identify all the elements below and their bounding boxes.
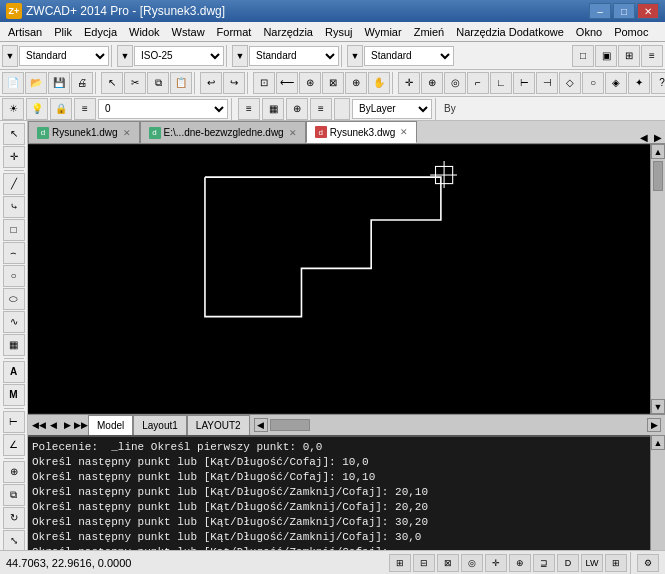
tab-close-2[interactable]: ✕ bbox=[289, 128, 297, 138]
hscroll-left-btn[interactable]: ◀ bbox=[254, 418, 268, 432]
tab-bezwzgledne[interactable]: d E:\...dne-bezwzgledne.dwg ✕ bbox=[140, 121, 306, 143]
snap10-btn[interactable]: ◈ bbox=[605, 72, 627, 94]
cmd-scroll-up[interactable]: ▲ bbox=[651, 435, 665, 450]
layer-icon[interactable]: ☀ bbox=[2, 98, 24, 120]
menu-pomoc[interactable]: Pomoc bbox=[608, 24, 654, 40]
lt-arc[interactable]: ⌢ bbox=[3, 242, 25, 264]
tb-btn-r2[interactable]: ▣ bbox=[595, 45, 617, 67]
tmodel-toggle[interactable]: ⊞ bbox=[605, 554, 627, 572]
snap6-btn[interactable]: ⊢ bbox=[513, 72, 535, 94]
zoom-win-btn[interactable]: ⊡ bbox=[253, 72, 275, 94]
menu-okno[interactable]: Okno bbox=[570, 24, 608, 40]
snap3-btn[interactable]: ◎ bbox=[444, 72, 466, 94]
tb-4-btn[interactable]: 📋 bbox=[170, 72, 192, 94]
menu-rysuj[interactable]: Rysuj bbox=[319, 24, 359, 40]
style-dropdown-1[interactable]: Standard bbox=[19, 46, 109, 66]
lt-pick[interactable]: ✛ bbox=[3, 146, 25, 168]
menu-widok[interactable]: Widok bbox=[123, 24, 166, 40]
lt-scale[interactable]: ⤡ bbox=[3, 530, 25, 550]
osnap-toggle[interactable]: ✛ bbox=[485, 554, 507, 572]
scroll-down-btn[interactable]: ▼ bbox=[651, 399, 665, 414]
lt-dim-linear[interactable]: ⊢ bbox=[3, 411, 25, 433]
save-button[interactable]: 💾 bbox=[48, 72, 70, 94]
layer-btn2[interactable]: ≡ bbox=[238, 98, 260, 120]
new-button[interactable]: 📄 bbox=[2, 72, 24, 94]
tb-select-btn[interactable]: ↖ bbox=[101, 72, 123, 94]
layer-btn3[interactable]: ▦ bbox=[262, 98, 284, 120]
lw-toggle[interactable]: LW bbox=[581, 554, 603, 572]
lt-move[interactable]: ⊕ bbox=[3, 461, 25, 483]
layer-btn4[interactable]: ⊕ bbox=[286, 98, 308, 120]
menu-narzedzia-dodatkowe[interactable]: Narzędzia Dodatkowe bbox=[450, 24, 570, 40]
snap7-btn[interactable]: ⊣ bbox=[536, 72, 558, 94]
snap8-btn[interactable]: ◇ bbox=[559, 72, 581, 94]
menu-format[interactable]: Format bbox=[211, 24, 258, 40]
tb-select2-btn[interactable]: ✂ bbox=[124, 72, 146, 94]
hscroll-right-btn[interactable]: ▶ bbox=[647, 418, 661, 432]
layout-tab-layout1[interactable]: Layout1 bbox=[133, 415, 187, 435]
otrack-toggle[interactable]: ⊕ bbox=[509, 554, 531, 572]
tab-close-3[interactable]: ✕ bbox=[400, 127, 408, 137]
menu-edycja[interactable]: Edycja bbox=[78, 24, 123, 40]
lt-spline[interactable]: ∿ bbox=[3, 311, 25, 333]
grid-toggle[interactable]: ⊟ bbox=[413, 554, 435, 572]
snap5-btn[interactable]: ∟ bbox=[490, 72, 512, 94]
lt-arrow[interactable]: ↖ bbox=[3, 123, 25, 145]
style-dropdown-2[interactable]: ISO-25 bbox=[134, 46, 224, 66]
settings-btn[interactable]: ⚙ bbox=[637, 554, 659, 572]
zoom-all-btn[interactable]: ⊛ bbox=[299, 72, 321, 94]
snap9-btn[interactable]: ○ bbox=[582, 72, 604, 94]
lt-ellipse[interactable]: ⬭ bbox=[3, 288, 25, 310]
lt-copy[interactable]: ⧉ bbox=[3, 484, 25, 506]
tab-next-btn[interactable]: ▶ bbox=[651, 132, 665, 143]
menu-artisan[interactable]: Artisan bbox=[2, 24, 48, 40]
snap11-btn[interactable]: ✦ bbox=[628, 72, 650, 94]
style-dropdown-4[interactable]: Standard bbox=[364, 46, 454, 66]
snap12-btn[interactable]: ? bbox=[651, 72, 665, 94]
lt-rect[interactable]: □ bbox=[3, 219, 25, 241]
polar-toggle[interactable]: ◎ bbox=[461, 554, 483, 572]
tab-prev-btn[interactable]: ◀ bbox=[637, 132, 651, 143]
menu-narzedzia[interactable]: Narzędzia bbox=[257, 24, 319, 40]
menu-zmien[interactable]: Zmień bbox=[408, 24, 451, 40]
bulb-icon[interactable]: 💡 bbox=[26, 98, 48, 120]
snap2-btn[interactable]: ⊕ bbox=[421, 72, 443, 94]
tab-rysunek3[interactable]: d Rysunek3.dwg ✕ bbox=[306, 121, 418, 143]
open-button[interactable]: 📂 bbox=[25, 72, 47, 94]
lt-hatch[interactable]: ▦ bbox=[3, 334, 25, 356]
tb-btn-r4[interactable]: ≡ bbox=[641, 45, 663, 67]
layout-tab-layout2[interactable]: LAYOUT2 bbox=[187, 415, 250, 435]
lt-line[interactable]: ╱ bbox=[3, 173, 25, 195]
snap-btn[interactable]: ✛ bbox=[398, 72, 420, 94]
tb-btn-r3[interactable]: ⊞ bbox=[618, 45, 640, 67]
menu-wymiar[interactable]: Wymiar bbox=[358, 24, 407, 40]
style-dropdown-3[interactable]: Standard bbox=[249, 46, 339, 66]
layout-prev-btn[interactable]: ◀◀ bbox=[32, 418, 46, 432]
tb-btn-r1[interactable]: □ bbox=[572, 45, 594, 67]
layers-icon[interactable]: ≡ bbox=[74, 98, 96, 120]
zoom-ext-btn[interactable]: ⊠ bbox=[322, 72, 344, 94]
scroll-up-btn[interactable]: ▲ bbox=[651, 144, 665, 159]
cmd-vscroll[interactable]: ▲ ▼ bbox=[650, 435, 665, 550]
layout-next-btn[interactable]: ▶ bbox=[60, 418, 74, 432]
layout-prev2-btn[interactable]: ◀ bbox=[46, 418, 60, 432]
vertical-scrollbar[interactable]: ▲ ▼ bbox=[650, 144, 665, 414]
lt-rotate[interactable]: ↻ bbox=[3, 507, 25, 529]
ortho-toggle[interactable]: ⊠ bbox=[437, 554, 459, 572]
zoom-dyn-btn[interactable]: ⊕ bbox=[345, 72, 367, 94]
lt-circle[interactable]: ○ bbox=[3, 265, 25, 287]
tab-rysunek1[interactable]: d Rysunek1.dwg ✕ bbox=[28, 121, 140, 143]
close-button[interactable]: ✕ bbox=[637, 3, 659, 19]
zoom-prev-btn[interactable]: ⟵ bbox=[276, 72, 298, 94]
maximize-button[interactable]: □ bbox=[613, 3, 635, 19]
tab-close-1[interactable]: ✕ bbox=[123, 128, 131, 138]
snap4-btn[interactable]: ⌐ bbox=[467, 72, 489, 94]
dyn-toggle[interactable]: D bbox=[557, 554, 579, 572]
lt-dim-angular[interactable]: ∠ bbox=[3, 434, 25, 456]
lt-mtext[interactable]: M bbox=[3, 384, 25, 406]
print-button[interactable]: 🖨 bbox=[71, 72, 93, 94]
lt-pline[interactable]: ⤷ bbox=[3, 196, 25, 218]
scroll-thumb-v[interactable] bbox=[653, 161, 663, 191]
menu-wstaw[interactable]: Wstaw bbox=[166, 24, 211, 40]
layer-name-dropdown[interactable]: 0 bbox=[98, 99, 228, 119]
